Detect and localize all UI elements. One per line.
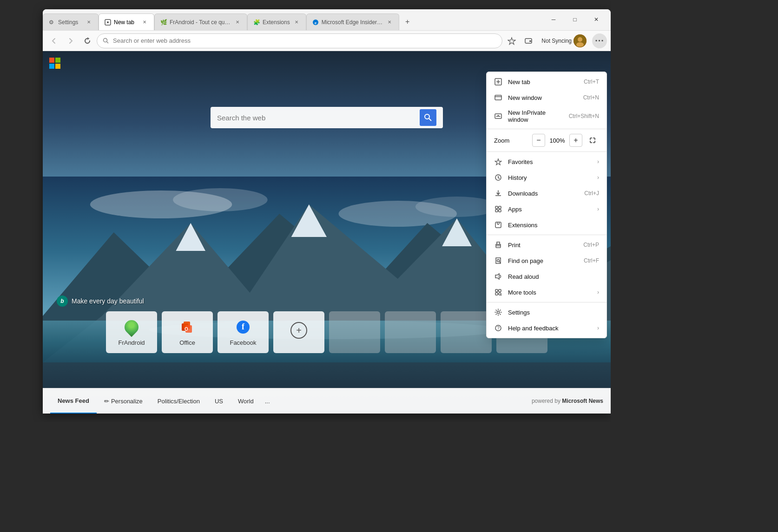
zoom-label: Zoom (494, 137, 528, 144)
downloads-menu-icon (494, 189, 502, 197)
web-search-input[interactable] (217, 114, 415, 122)
menu-item-favorites[interactable]: Favorites › (487, 154, 607, 170)
tab-settings-close[interactable]: ✕ (85, 19, 92, 26)
news-item-world[interactable]: World (231, 388, 261, 414)
apps-menu-icon (494, 205, 502, 213)
tab-ms-edge-insider-close[interactable]: ✕ (386, 19, 393, 26)
new-tab-button[interactable]: + (401, 15, 414, 28)
menu-item-new-tab[interactable]: New tab Ctrl+T (487, 74, 607, 90)
tab-extensions-close[interactable]: ✕ (293, 19, 300, 26)
address-input[interactable] (113, 37, 496, 44)
svg-rect-32 (495, 95, 501, 100)
not-syncing-button[interactable]: Not Syncing (538, 33, 590, 49)
tab-new-tab-close[interactable]: ✕ (141, 19, 148, 26)
forward-button[interactable] (63, 33, 78, 48)
svg-rect-39 (499, 206, 501, 209)
zoom-fullscreen-button[interactable] (586, 134, 599, 147)
favorites-button[interactable] (504, 33, 519, 48)
downloads-shortcut: Ctrl+J (584, 190, 599, 197)
quick-link-frandroid[interactable]: FrAndroid (106, 311, 157, 353)
settings-menu-icon (494, 308, 502, 316)
quick-link-empty-3[interactable] (441, 311, 492, 353)
help-feedback-menu-label: Help and feedback (508, 325, 592, 332)
svg-line-24 (429, 118, 431, 121)
menu-item-new-window[interactable]: New window Ctrl+N (487, 90, 607, 105)
read-aloud-menu-label: Read aloud (508, 273, 599, 280)
tab-new-tab[interactable]: New tab ✕ (99, 13, 154, 30)
menu-item-new-inprivate[interactable]: New InPrivate window Ctrl+Shift+N (487, 105, 607, 127)
bing-logo-icon: b (57, 296, 68, 307)
menu-item-find-on-page[interactable]: Find on page Ctrl+F (487, 253, 607, 269)
menu-item-read-aloud[interactable]: Read aloud (487, 269, 607, 284)
new-tab-shortcut: Ctrl+T (584, 79, 599, 85)
quick-link-office-label: Office (179, 339, 195, 346)
address-bar[interactable] (97, 33, 502, 48)
tab-settings-label: Settings (58, 19, 82, 26)
apps-arrow: › (597, 206, 599, 212)
history-menu-label: History (508, 174, 592, 181)
news-item-us[interactable]: US (207, 388, 231, 414)
svg-line-51 (501, 295, 502, 296)
search-submit-button[interactable] (420, 109, 436, 126)
svg-text:O: O (185, 327, 188, 332)
settings-more-button[interactable]: ··· (592, 33, 607, 48)
refresh-button[interactable] (80, 33, 95, 48)
quick-link-add[interactable]: + (273, 311, 324, 353)
new-window-menu-icon (494, 93, 502, 102)
news-more-button[interactable]: ... (261, 398, 274, 405)
menu-item-apps[interactable]: Apps › (487, 201, 607, 217)
tab-ms-edge-insider[interactable]: e Microsoft Edge Insider Add... ✕ (306, 13, 399, 30)
windows-logo (49, 58, 60, 69)
zoom-in-button[interactable]: + (569, 134, 582, 147)
minimize-button[interactable]: ─ (543, 13, 564, 26)
svg-rect-38 (495, 206, 498, 209)
new-window-menu-label: New window (508, 94, 578, 101)
history-menu-icon (494, 173, 502, 182)
news-powered-by: powered by Microsoft News (532, 398, 603, 404)
ms-edge-insider-tab-icon: e (312, 19, 319, 26)
favorites-menu-label: Favorites (508, 158, 592, 165)
quick-link-empty-1[interactable] (329, 311, 380, 353)
wallet-button[interactable] (521, 33, 536, 48)
menu-item-more-tools[interactable]: More tools › (487, 284, 607, 300)
profile-avatar (574, 34, 587, 47)
search-area (211, 107, 443, 128)
menu-item-history[interactable]: History › (487, 170, 607, 185)
svg-point-45 (497, 260, 500, 262)
close-button[interactable]: ✕ (586, 13, 607, 26)
history-arrow: › (597, 174, 599, 181)
quick-link-empty-2[interactable] (385, 311, 436, 353)
menu-item-settings[interactable]: Settings (487, 304, 607, 320)
svg-rect-41 (499, 210, 501, 212)
tab-extensions[interactable]: 🧩 Extensions ✕ (247, 13, 306, 30)
tab-frandroid[interactable]: 🌿 FrAndroid - Tout ce qu'il fa... ✕ (154, 13, 247, 30)
search-icon (103, 38, 109, 44)
news-item-newsfeed[interactable]: News Feed (50, 388, 97, 414)
bing-tagline-text: Make every day beautiful (72, 297, 144, 305)
menu-item-downloads[interactable]: Downloads Ctrl+J (487, 185, 607, 201)
facebook-site-icon: f (235, 319, 251, 335)
back-button[interactable] (46, 33, 61, 48)
svg-rect-7 (529, 40, 531, 42)
search-box[interactable] (211, 107, 443, 128)
menu-item-help-feedback[interactable]: ? Help and feedback › (487, 320, 607, 336)
find-menu-icon (494, 256, 502, 265)
quick-link-office[interactable]: O Office (162, 311, 213, 353)
maximize-button[interactable]: □ (564, 13, 586, 26)
new-tab-icon (105, 19, 111, 26)
nav-right: Not Syncing ··· (504, 33, 607, 49)
tab-new-tab-label: New tab (114, 19, 138, 26)
news-item-personalize[interactable]: ✏ Personalize (97, 388, 150, 414)
office-site-icon: O (179, 319, 196, 335)
svg-point-35 (498, 115, 499, 117)
news-item-politics[interactable]: Politics/Election (150, 388, 207, 414)
menu-item-extensions[interactable]: Extensions (487, 217, 607, 233)
quick-link-frandroid-label: FrAndroid (118, 339, 145, 346)
menu-item-print[interactable]: Print Ctrl+P (487, 237, 607, 253)
tab-frandroid-close[interactable]: ✕ (234, 19, 241, 26)
us-label: US (215, 398, 223, 405)
tab-settings[interactable]: ⚙ Settings ✕ (43, 13, 99, 30)
zoom-out-button[interactable]: − (532, 134, 545, 147)
quick-link-facebook[interactable]: f Facebook (218, 311, 269, 353)
inprivate-menu-icon (494, 112, 502, 120)
